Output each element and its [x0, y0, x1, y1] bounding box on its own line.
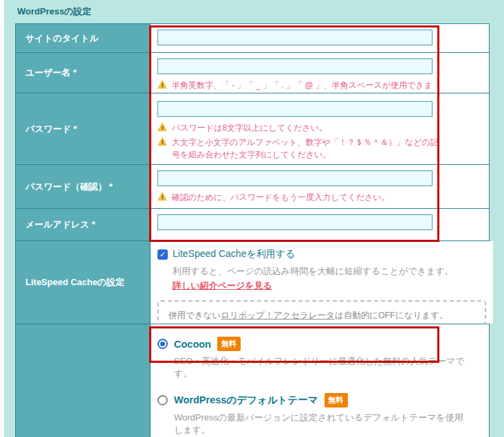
- row-password: パスワード * ! パスワードは8文字以上にしてください。 ! 大文字と小文字の…: [16, 93, 489, 165]
- theme-cell: Cocoon 無料 SEO・高速化・モバイルフレンドリーに最適化した無料の人気テ…: [151, 324, 489, 437]
- wordpress-settings-table: サイトのタイトル ユーザー名 * ! 半角英数字、「 - 」「 _ 」「 . 」…: [15, 23, 490, 437]
- cocoon-radio[interactable]: [157, 339, 168, 349]
- theme-description: SEO・高速化・モバイルフレンドリーに最適化した無料の人気テーマです。: [174, 355, 470, 380]
- litespeed-checkbox-label: LiteSpeed Cacheを利用する: [173, 248, 295, 260]
- page-background: WordPressの設定 サイトのタイトル ユーザー名 * ! 半角英数字、「 …: [4, 0, 504, 437]
- row-site-title: サイトのタイトル: [16, 24, 489, 53]
- email-cell: [151, 209, 489, 240]
- warning-icon: !: [157, 137, 168, 146]
- theme-label: [16, 324, 151, 437]
- note-text: は自動的にOFFになります。: [335, 311, 448, 320]
- warning-text: 確認のために、パスワードをもう一度入力してください。: [172, 191, 390, 203]
- free-badge: 無料: [217, 337, 241, 351]
- litespeed-detail-link[interactable]: 詳しい紹介ページを見る: [173, 280, 272, 292]
- theme-description: WordPressの最新バージョンに設定されているデフォルトテーマを使用します。: [174, 412, 470, 436]
- theme-name: Cocoon: [174, 339, 211, 350]
- warning-icon: !: [157, 80, 168, 89]
- password-warning-length: ! パスワードは8文字以上にしてください。: [157, 122, 441, 134]
- litespeed-checkbox-row[interactable]: ✓ LiteSpeed Cacheを利用する: [157, 248, 486, 260]
- row-theme: Cocoon 無料 SEO・高速化・モバイルフレンドリーに最適化した無料の人気テ…: [16, 324, 489, 437]
- site-title-cell: [151, 24, 489, 52]
- password-confirm-label: パスワード（確認） *: [16, 165, 151, 208]
- warning-text: パスワードは8文字以上にしてください。: [172, 122, 327, 134]
- password-warning-complexity: ! 大文字と小文字のアルファベット、数字や「！？＄％＾＆）」などの記号を組み合わ…: [157, 136, 441, 161]
- check-icon: ✓: [160, 251, 166, 258]
- username-input[interactable]: [157, 58, 432, 74]
- email-label: メールアドレス *: [16, 209, 151, 240]
- site-title-label: サイトのタイトル: [16, 24, 151, 52]
- password-confirm-cell: ! 確認のために、パスワードをもう一度入力してください。: [151, 165, 489, 208]
- password-cell: ! パスワードは8文字以上にしてください。 ! 大文字と小文字のアルファベット、…: [151, 93, 489, 164]
- theme-option-cocoon[interactable]: Cocoon 無料 SEO・高速化・モバイルフレンドリーに最適化した無料の人気テ…: [157, 337, 482, 380]
- username-cell: ! 半角英数字、「 - 」「 _ 」「 . 」「 @ 」、半角スペースが使用でき…: [151, 53, 489, 93]
- username-label: ユーザー名 *: [16, 53, 151, 93]
- row-username: ユーザー名 * ! 半角英数字、「 - 」「 _ 」「 . 」「 @ 」、半角ス…: [16, 53, 489, 93]
- password-label: パスワード *: [16, 93, 151, 164]
- warning-icon: !: [157, 122, 168, 132]
- email-input[interactable]: [157, 214, 432, 230]
- page-title: WordPressの設定: [17, 5, 91, 18]
- accelerator-link[interactable]: ロリポップ！アクセラレータ: [221, 311, 335, 320]
- theme-name: WordPressのデフォルトテーマ: [174, 394, 318, 407]
- password-input[interactable]: [157, 101, 432, 117]
- wordpress-default-radio[interactable]: [157, 395, 168, 405]
- row-email: メールアドレス *: [16, 209, 489, 241]
- row-password-confirm: パスワード（確認） * ! 確認のために、パスワードをもう一度入力してください。: [16, 165, 489, 209]
- note-text: 併用できない: [168, 311, 221, 320]
- litespeed-checkbox[interactable]: ✓: [157, 249, 168, 260]
- warning-text: 大文字と小文字のアルファベット、数字や「！？＄％＾＆）」などの記号を組み合わせた…: [172, 136, 441, 161]
- litespeed-cell: ✓ LiteSpeed Cacheを利用する 利用すると、ページの読込み時間を大…: [151, 241, 493, 324]
- free-badge: 無料: [325, 393, 348, 407]
- warning-icon: !: [157, 192, 168, 201]
- password-confirm-input[interactable]: [157, 170, 432, 186]
- site-title-input[interactable]: [157, 30, 432, 45]
- theme-option-wordpress-default[interactable]: WordPressのデフォルトテーマ 無料 WordPressの最新バージョンに…: [157, 393, 482, 436]
- litespeed-description: 利用すると、ページの読込み時間を大幅に短縮することができます。: [173, 265, 486, 278]
- litespeed-label: LiteSpeed Cacheの設定: [16, 241, 151, 324]
- password-confirm-warning: ! 確認のために、パスワードをもう一度入力してください。: [157, 191, 441, 203]
- row-litespeed: LiteSpeed Cacheの設定 ✓ LiteSpeed Cacheを利用す…: [16, 241, 489, 324]
